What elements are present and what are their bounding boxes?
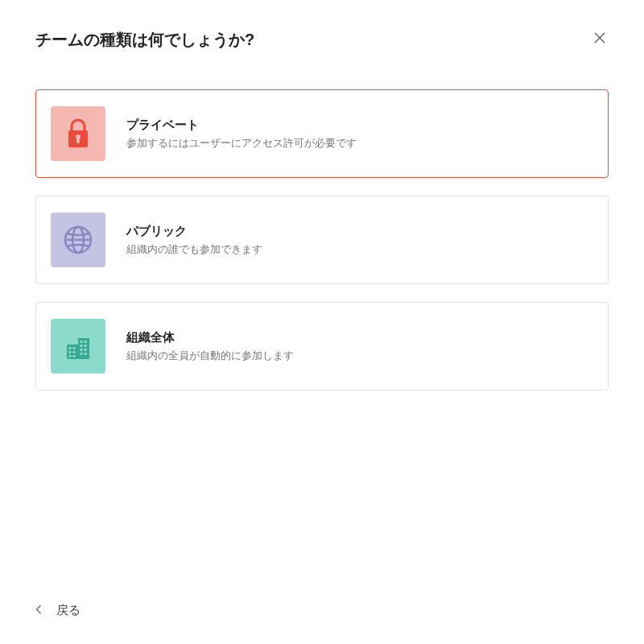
option-private[interactable]: プライベート 参加するにはユーザーにアクセス許可が必要です — [35, 89, 609, 178]
option-private-title: プライベート — [126, 118, 357, 133]
dialog-header: チームの種類は何でしょうか? — [35, 29, 609, 51]
chevron-left-icon — [35, 605, 42, 617]
option-private-text: プライベート 参加するにはユーザーにアクセス許可が必要です — [126, 118, 357, 151]
team-type-dialog: チームの種類は何でしょうか? プライベート 参加 — [0, 0, 644, 644]
svg-rect-10 — [80, 341, 83, 343]
close-icon — [594, 32, 605, 46]
svg-rect-16 — [80, 353, 83, 355]
dialog-footer: 戻る — [35, 603, 80, 618]
svg-rect-8 — [67, 345, 78, 359]
option-org-desc: 組織内の全員が自動的に参加します — [126, 349, 294, 363]
svg-rect-15 — [85, 349, 87, 351]
option-org-text: 組織全体 組織内の全員が自動的に参加します — [126, 330, 294, 363]
svg-rect-18 — [69, 347, 72, 349]
option-org-title: 組織全体 — [126, 330, 294, 345]
svg-rect-12 — [80, 345, 83, 347]
building-icon — [51, 319, 105, 374]
option-org-wide[interactable]: 組織全体 組織内の全員が自動的に参加します — [35, 302, 609, 390]
option-private-desc: 参加するにはユーザーにアクセス許可が必要です — [126, 136, 357, 151]
svg-rect-11 — [85, 341, 87, 343]
svg-rect-22 — [69, 355, 72, 357]
back-button[interactable]: 戻る — [35, 603, 80, 618]
svg-rect-20 — [69, 351, 72, 353]
svg-rect-4 — [76, 138, 80, 143]
option-public-title: パブリック — [126, 224, 262, 239]
svg-rect-21 — [73, 351, 76, 353]
svg-rect-9 — [78, 338, 89, 359]
option-public[interactable]: パブリック 組織内の誰でも参加できます — [35, 196, 609, 284]
option-public-text: パブリック 組織内の誰でも参加できます — [126, 224, 262, 257]
back-button-label: 戻る — [56, 603, 80, 618]
svg-rect-17 — [85, 353, 87, 355]
svg-rect-23 — [73, 355, 76, 357]
lock-icon — [51, 106, 105, 161]
team-type-options: プライベート 参加するにはユーザーにアクセス許可が必要です パブリック 組織内の… — [35, 89, 609, 390]
close-button[interactable] — [591, 29, 609, 49]
svg-rect-19 — [73, 347, 76, 349]
svg-rect-14 — [80, 349, 83, 351]
dialog-title: チームの種類は何でしょうか? — [35, 29, 254, 51]
option-public-desc: 組織内の誰でも参加できます — [126, 242, 262, 257]
globe-icon — [51, 213, 105, 267]
svg-rect-13 — [85, 345, 87, 347]
